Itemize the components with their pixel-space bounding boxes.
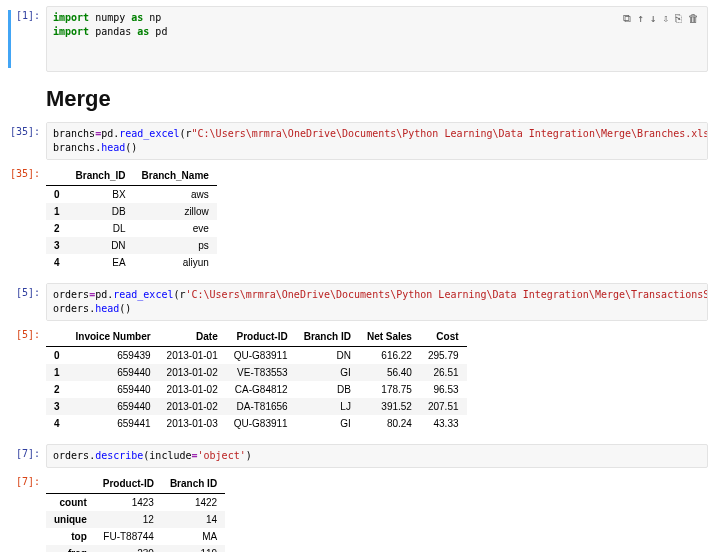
dataframe-output: Product-IDBranch IDcount14231422unique12… [46,474,225,552]
code-editor[interactable]: branchs=pd.read_excel(r"C:\Users\mrmra\O… [46,122,708,160]
cell-toolbar: ⧉ ↑ ↓ ⇩ ⎘ 🗑 [623,11,699,26]
code-cell-4: [7]: orders.describe(include='object') [6,444,708,468]
column-header: Product-ID [95,474,162,494]
table-row: 0BXaws [46,186,217,204]
table-row: 26594402013-01-02CA-G84812DB178.7596.53 [46,381,467,398]
table-row: unique1214 [46,511,225,528]
open-icon[interactable]: ⎘ [675,11,682,26]
input-prompt: [1]: [6,6,46,21]
output-prompt: [5]: [6,325,46,340]
column-header: Branch ID [296,327,359,347]
output-cell-3: [5]: Invoice NumberDateProduct-IDBranch … [6,325,708,440]
table-row: count14231422 [46,494,225,512]
move-up-icon[interactable]: ↑ [637,11,644,26]
column-header: Cost [420,327,467,347]
code-editor[interactable]: import numpy as np import pandas as pd ⧉… [46,6,708,72]
table-row: 1DBzillow [46,203,217,220]
code-cell-1: [1]: import numpy as np import pandas as… [6,6,708,72]
dataframe-output: Invoice NumberDateProduct-IDBranch IDNet… [46,327,467,432]
selection-indicator [8,10,11,68]
markdown-heading: Merge [46,86,708,112]
column-header: Branch_Name [134,166,217,186]
table-row: 2DLeve [46,220,217,237]
table-row: freq230119 [46,545,225,552]
code-editor[interactable]: orders=pd.read_excel(r'C:\Users\mrmra\On… [46,283,708,321]
dataframe-output: Branch_IDBranch_Name0BXaws1DBzillow2DLev… [46,166,217,271]
code-editor[interactable]: orders.describe(include='object') [46,444,708,468]
table-row: 16594402013-01-02VE-T83553GI56.4026.51 [46,364,467,381]
output-prompt: [7]: [6,472,46,487]
column-header: Invoice Number [68,327,159,347]
code-cell-2: [35]: branchs=pd.read_excel(r"C:\Users\m… [6,122,708,160]
table-row: 3DNps [46,237,217,254]
output-cell-2: [35]: Branch_IDBranch_Name0BXaws1DBzillo… [6,164,708,279]
table-row: 06594392013-01-01QU-G83911DN616.22295.79 [46,347,467,365]
column-header: Branch_ID [68,166,134,186]
output-cell-4: [7]: Product-IDBranch IDcount14231422uni… [6,472,708,552]
column-header: Net Sales [359,327,420,347]
output-prompt: [35]: [6,164,46,179]
input-prompt: [7]: [6,444,46,459]
table-row: 4EAaliyun [46,254,217,271]
table-row: topFU-T88744MA [46,528,225,545]
table-row: 36594402013-01-02DA-T81656LJ391.52207.51 [46,398,467,415]
move-down-icon[interactable]: ↓ [650,11,657,26]
column-header: Date [159,327,226,347]
input-prompt: [35]: [6,122,46,137]
input-prompt: [5]: [6,283,46,298]
delete-icon[interactable]: 🗑 [688,11,699,26]
download-icon[interactable]: ⇩ [662,11,669,26]
column-header: Branch ID [162,474,225,494]
column-header: Product-ID [226,327,296,347]
table-row: 46594412013-01-03QU-G83911GI80.2443.33 [46,415,467,432]
copy-icon[interactable]: ⧉ [623,11,631,26]
code-cell-3: [5]: orders=pd.read_excel(r'C:\Users\mrm… [6,283,708,321]
